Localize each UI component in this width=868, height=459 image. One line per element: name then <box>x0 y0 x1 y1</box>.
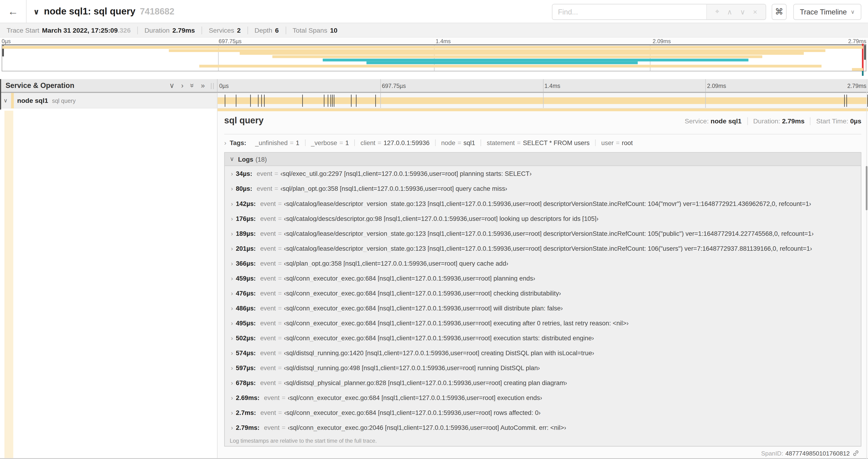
log-entry-row[interactable]: ›189µs:event=‹sql/catalog/lease/descript… <box>225 226 861 241</box>
chevron-right-icon: › <box>228 200 236 207</box>
log-marker-tick <box>302 95 303 107</box>
log-entry-row[interactable]: ›574µs:event=‹sql/distsql_running.go:142… <box>225 345 861 360</box>
column-resizer-handle[interactable] <box>211 83 214 89</box>
trace-page: ← ∨ node sql1: sql query 7418682 ⌖∧∨× ⌘ … <box>0 0 868 459</box>
log-marker-tick <box>375 95 375 107</box>
summary-item: Services2 <box>202 26 247 34</box>
logs-accordion: ∨ Logs (18) ›34µs:event=‹sql/exec_util.g… <box>224 152 862 447</box>
log-entry-row[interactable]: ›486µs:event=‹sql/conn_executor_exec.go:… <box>225 300 861 315</box>
expand-all-icon[interactable]: » <box>201 82 205 89</box>
span-operation-name: sql query <box>52 97 75 104</box>
title-collapse-chevron-icon[interactable]: ∨ <box>33 7 39 16</box>
next-result-icon[interactable]: ∨ <box>736 7 749 16</box>
log-entry-row[interactable]: ›80µs:event=‹sql/plan_opt.go:358 [nsql1,… <box>225 181 861 196</box>
tag-value: root <box>622 139 633 146</box>
log-equals: = <box>274 185 278 192</box>
chevron-right-icon: › <box>228 409 236 416</box>
log-value: ‹sql/plan_opt.go:358 [nsql1,client=127.0… <box>284 260 508 266</box>
start-time-pair: Start Time: 0µs <box>810 117 862 125</box>
log-value: ‹sql/exec_util.go:2297 [nsql1,client=127… <box>280 170 532 177</box>
chevron-right-icon: › <box>228 349 236 356</box>
tag-item: node=sql1 <box>435 139 481 146</box>
scrollbar-thumb[interactable] <box>866 166 868 210</box>
span-row-name-cell[interactable]: ∨ node sql1 sql query <box>0 93 217 108</box>
log-field-key: event <box>260 349 276 356</box>
timeline-ruler: 0µs697.75µs1.4ms2.09ms2.79ms <box>217 79 868 92</box>
minimap-right-drag-handle[interactable] <box>864 45 866 60</box>
keyboard-shortcuts-button[interactable]: ⌘ <box>772 3 786 20</box>
log-timestamp: 678µs: <box>236 379 256 386</box>
log-entry-row[interactable]: ›2.7ms:event=‹sql/conn_executor_exec.go:… <box>225 405 861 420</box>
tag-equals: = <box>375 139 383 146</box>
log-entry-row[interactable]: ›459µs:event=‹sql/conn_executor_exec.go:… <box>225 270 861 286</box>
log-entry-row[interactable]: ›2.79ms:event=‹sql/conn_executor_exec.go… <box>225 420 861 435</box>
summary-item-label: Total Spans <box>292 26 328 34</box>
summary-item-value: 6 <box>275 26 279 34</box>
service-pair: Service: node sql1 <box>679 117 742 125</box>
trace-minimap: 0µs697.75µs1.4ms2.09ms2.79ms <box>0 38 868 71</box>
log-value: ‹sql/distsql_physical_planner.go:828 [ns… <box>284 379 567 386</box>
log-timestamp: 34µs: <box>236 170 252 177</box>
deep-link-icon[interactable] <box>852 450 859 456</box>
tag-value: 127.0.0.1:59936 <box>383 139 430 146</box>
chevron-right-icon: › <box>228 215 236 222</box>
axis-tick-label: 0µs <box>2 38 11 44</box>
log-entry-row[interactable]: ›495µs:event=‹sql/conn_executor_exec.go:… <box>225 315 861 330</box>
span-detail-accent-strip[interactable] <box>4 110 13 458</box>
logs-list: ›34µs:event=‹sql/exec_util.go:2297 [nsql… <box>225 166 861 435</box>
log-field-key: event <box>257 170 272 177</box>
back-button[interactable]: ← <box>0 0 27 23</box>
log-entry-row[interactable]: ›2.69ms:event=‹sql/conn_executor_exec.go… <box>225 390 861 405</box>
log-entry-row[interactable]: ›201µs:event=‹sql/catalog/lease/descript… <box>225 241 861 256</box>
log-entry-row[interactable]: ›678µs:event=‹sql/distsql_physical_plann… <box>225 375 861 390</box>
timeline-gridline <box>543 79 543 92</box>
log-entry-row[interactable]: ›142µs:event=‹sql/catalog/lease/descript… <box>225 196 861 211</box>
axis-tick-label: 697.75µs <box>219 38 242 44</box>
log-field-key: event <box>260 379 276 386</box>
log-entry-row[interactable]: ›597µs:event=‹sql/distsql_running.go:498… <box>225 360 861 375</box>
logs-header[interactable]: ∨ Logs (18) <box>225 153 861 166</box>
view-dropdown-button[interactable]: Trace Timeline ∨ <box>793 3 861 20</box>
summary-item: Duration2.79ms <box>137 26 202 34</box>
span-collapse-chevron-icon[interactable]: ∨ <box>0 97 11 104</box>
log-entry-row[interactable]: ›176µs:event=‹sql/catalog/descs/descript… <box>225 211 861 226</box>
span-row-timeline-cell[interactable] <box>217 93 868 108</box>
minimap-span-bar <box>323 59 748 61</box>
log-equals: = <box>278 275 282 281</box>
log-value: ‹sql/conn_executor_exec.go:684 [nsql1,cl… <box>284 275 535 281</box>
log-marker-tick <box>261 95 261 107</box>
span-detail-content: sql query Service: node sql1 Duration: 2… <box>217 111 868 459</box>
locate-icon[interactable]: ⌖ <box>711 7 723 16</box>
scrollbar-track[interactable] <box>866 79 867 459</box>
tag-item: _unfinished=1 <box>250 139 305 146</box>
tag-value: sql1 <box>463 139 475 146</box>
tag-key: user <box>601 139 614 146</box>
chevron-right-icon: › <box>228 305 236 311</box>
log-field-key: event <box>260 275 276 281</box>
duration-pair: Duration: 2.79ms <box>747 117 805 125</box>
log-entry-row[interactable]: ›34µs:event=‹sql/exec_util.go:2297 [nsql… <box>225 166 861 181</box>
log-equals: = <box>278 290 282 296</box>
tag-key: _unfinished <box>255 139 288 146</box>
minimap-axis: 0µs697.75µs1.4ms2.09ms2.79ms <box>0 38 868 44</box>
log-value: ‹sql/catalog/lease/descriptor_version_st… <box>284 230 814 236</box>
find-input[interactable] <box>553 4 707 19</box>
clear-find-icon[interactable]: × <box>749 7 761 16</box>
expand-one-icon[interactable]: › <box>181 82 183 89</box>
log-timestamp: 366µs: <box>236 260 256 266</box>
log-entry-row[interactable]: ›366µs:event=‹sql/plan_opt.go:358 [nsql1… <box>225 256 861 270</box>
tags-accordion[interactable]: › Tags: _unfinished=1_verbose=1client=12… <box>224 135 862 150</box>
collapse-all-icon[interactable]: » <box>189 84 196 88</box>
prev-result-icon[interactable]: ∧ <box>723 7 736 16</box>
collapse-one-icon[interactable]: ∨ <box>169 82 175 89</box>
minimap-gap <box>0 71 868 79</box>
axis-tick-label: 0µs <box>219 82 229 89</box>
log-entry-row[interactable]: ›502µs:event=‹sql/conn_executor_exec.go:… <box>225 330 861 345</box>
chevron-right-icon: › <box>228 424 236 431</box>
service-label: Service: <box>685 117 709 125</box>
chevron-right-icon: › <box>228 230 236 236</box>
log-marker-tick <box>351 95 351 107</box>
summary-item-label: Services <box>209 26 234 34</box>
minimap-canvas[interactable] <box>2 44 866 71</box>
log-entry-row[interactable]: ›476µs:event=‹sql/conn_executor_exec.go:… <box>225 286 861 300</box>
